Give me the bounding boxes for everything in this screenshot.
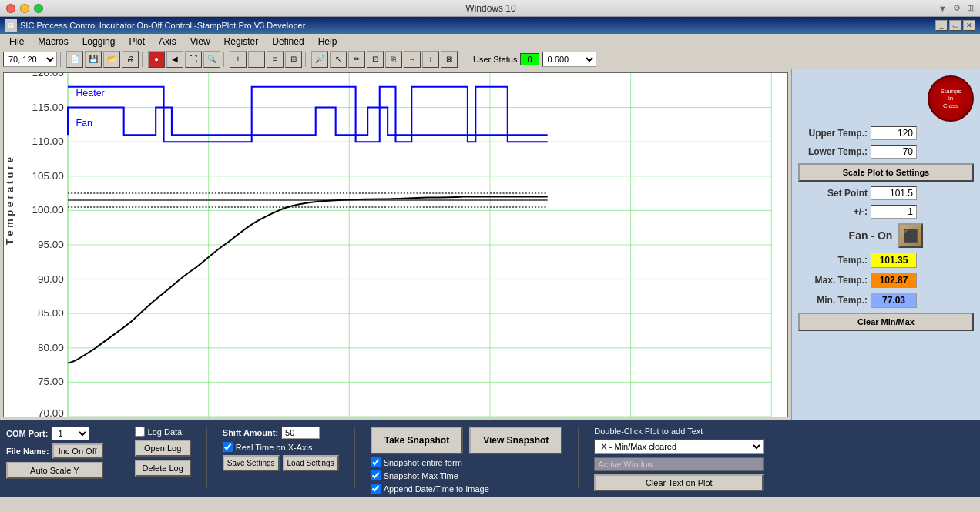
app-icon: 🖥 — [5, 19, 17, 32]
plus-minus-row: +/-: — [798, 205, 974, 219]
auto-scale-y-button[interactable]: Auto Scale Y — [6, 462, 103, 479]
plus-minus-label: +/-: — [798, 206, 868, 217]
tb-arrow-btn[interactable]: → — [404, 51, 421, 68]
inc-on-off-button[interactable]: Inc On Off — [52, 443, 103, 459]
com-port-select[interactable]: 1 — [51, 427, 89, 440]
right-panel: StampsinClass Upper Temp.: Lower Temp.: … — [791, 69, 980, 420]
tb-copy-btn[interactable]: ⊡ — [367, 51, 384, 68]
tb-paste-btn[interactable]: ⎗ — [385, 51, 402, 68]
tb-grid-btn[interactable]: ⊞ — [285, 51, 302, 68]
plus-minus-input[interactable] — [871, 205, 917, 219]
temp-label: Temp.: — [798, 255, 868, 266]
clear-min-max-button[interactable]: Clear Min/Max — [798, 313, 974, 331]
max-temp-row: Max. Temp.: 102.87 — [798, 273, 974, 288]
log-data-checkbox[interactable] — [135, 427, 145, 437]
tb-open-btn[interactable]: 📂 — [103, 51, 120, 68]
take-snapshot-button[interactable]: Take Snapshot — [371, 427, 463, 454]
save-settings-button[interactable]: Save Settings — [223, 455, 280, 471]
menu-file[interactable]: File — [3, 35, 30, 49]
menu-defined[interactable]: Defined — [266, 35, 310, 49]
menu-axis[interactable]: Axis — [153, 35, 183, 49]
max-temp-label: Max. Temp.: — [798, 275, 868, 286]
real-time-checkbox[interactable] — [223, 442, 233, 452]
svg-text:105.00: 105.00 — [32, 170, 64, 182]
active-window-dropdown[interactable]: X - Min/Max cleared — [594, 439, 764, 454]
main-content: 120.00 115.00 110.00 105.00 100.00 95.00… — [0, 69, 980, 420]
toolbar-sep-4 — [305, 52, 308, 67]
svg-text:120.00: 120.00 — [32, 73, 64, 79]
open-log-button[interactable]: Open Log — [135, 440, 191, 457]
tb-run-btn[interactable]: ● — [148, 51, 165, 68]
tb-minus-btn[interactable]: − — [248, 51, 265, 68]
append-datetime-checkbox[interactable] — [371, 484, 381, 494]
tb-lines-btn[interactable]: ≡ — [267, 51, 284, 68]
menu-plot[interactable]: Plot — [123, 35, 151, 49]
double-click-section: Double-Click Plot to add Text X - Min/Ma… — [594, 427, 764, 491]
tb-zoom-btn[interactable]: 🔍 — [203, 51, 220, 68]
toolbar: 70, 120 📄 💾 📂 🖨 ● ◀ ⛶ 🔍 + − ≡ ⊞ 🔎 ↖ ✏ ⊡ … — [0, 49, 980, 69]
os-title-bar: Windows 10 ▼ ⚙ ⊞ — [0, 0, 980, 17]
load-settings-button[interactable]: Load Settings — [283, 455, 339, 471]
snapshot-form-checkbox[interactable] — [371, 457, 381, 467]
shift-amount-label: Shift Amount: — [223, 428, 278, 437]
toolbar-sep-3 — [223, 52, 227, 67]
tb-save-btn[interactable]: 💾 — [85, 51, 102, 68]
shift-section: Shift Amount: Real Time on X-Axis Save S… — [223, 427, 339, 471]
shift-amount-input[interactable] — [281, 427, 320, 439]
tb-plus-btn[interactable]: + — [230, 51, 247, 68]
os-title: Windows 10 — [43, 3, 938, 14]
fan-icon[interactable]: ⬛ — [898, 223, 923, 248]
snapshot-max-checkbox[interactable] — [371, 470, 381, 480]
max-temp-value: 102.87 — [871, 273, 917, 288]
plot-area[interactable]: 120.00 115.00 110.00 105.00 100.00 95.00… — [3, 72, 788, 417]
status-label: User Status — [473, 55, 517, 64]
com-port-label: COM Port: — [6, 429, 48, 438]
svg-text:Fan: Fan — [76, 119, 92, 129]
menu-macros[interactable]: Macros — [32, 35, 74, 49]
tb-cursor-btn[interactable]: ↕ — [422, 51, 439, 68]
log-section: Log Data Open Log Delete Log — [135, 427, 191, 477]
tb-new-btn[interactable]: 📄 — [66, 51, 83, 68]
speed-dropdown[interactable]: 0.600 — [542, 52, 596, 67]
tb-draw-btn[interactable]: ✏ — [348, 51, 365, 68]
svg-text:Heater: Heater — [76, 88, 104, 99]
app-window-controls[interactable]: _ ▭ ✕ — [935, 20, 975, 31]
tb-select-btn[interactable]: ↖ — [330, 51, 347, 68]
menu-logging[interactable]: Logging — [76, 35, 122, 49]
set-point-input[interactable] — [871, 186, 917, 200]
menu-view[interactable]: View — [184, 35, 216, 49]
traffic-lights[interactable] — [6, 4, 43, 13]
coord-dropdown[interactable]: 70, 120 — [3, 52, 57, 67]
os-title-bar-right: ▼ ⚙ ⊞ — [938, 3, 974, 13]
tb-magnify-btn[interactable]: 🔎 — [311, 51, 328, 68]
tb-fwd-btn[interactable]: ⛶ — [185, 51, 202, 68]
delete-log-button[interactable]: Delete Log — [135, 460, 191, 477]
restore-button[interactable]: ▭ — [949, 20, 962, 31]
minimize-button[interactable]: _ — [935, 20, 948, 31]
svg-text:75.00: 75.00 — [38, 376, 64, 388]
app-title-bar: 🖥 SIC Process Control Incubator On-Off C… — [0, 17, 980, 34]
scale-plot-button[interactable]: Scale Plot to Settings — [798, 163, 974, 182]
svg-text:70.00: 70.00 — [38, 407, 64, 417]
svg-text:95.00: 95.00 — [38, 239, 64, 250]
close-traffic-light[interactable] — [6, 4, 15, 13]
divider-4 — [578, 427, 579, 488]
clear-text-on-plot-button[interactable]: Clear Text on Plot — [594, 474, 764, 491]
lower-temp-input[interactable] — [871, 145, 917, 159]
view-snapshot-button[interactable]: View Snapshot — [469, 427, 562, 454]
close-button[interactable]: ✕ — [963, 20, 975, 31]
menu-register[interactable]: Register — [218, 35, 265, 49]
com-port-section: COM Port: 1 File Name: Inc On Off Auto S… — [6, 427, 103, 479]
temp-value: 101.35 — [871, 253, 917, 268]
tb-stop-btn[interactable]: ◀ — [166, 51, 183, 68]
bottom-panel: COM Port: 1 File Name: Inc On Off Auto S… — [0, 420, 980, 497]
toolbar-sep-2 — [142, 52, 145, 67]
os-menu-icon: ▼ — [938, 4, 947, 13]
maximize-traffic-light[interactable] — [34, 4, 43, 13]
tb-print-btn[interactable]: 🖨 — [122, 51, 139, 68]
menu-help[interactable]: Help — [312, 35, 344, 49]
tb-extra-btn[interactable]: ⊠ — [441, 51, 458, 68]
upper-temp-input[interactable] — [871, 126, 917, 140]
svg-text:100.00: 100.00 — [32, 205, 64, 216]
minimize-traffic-light[interactable] — [20, 4, 29, 13]
